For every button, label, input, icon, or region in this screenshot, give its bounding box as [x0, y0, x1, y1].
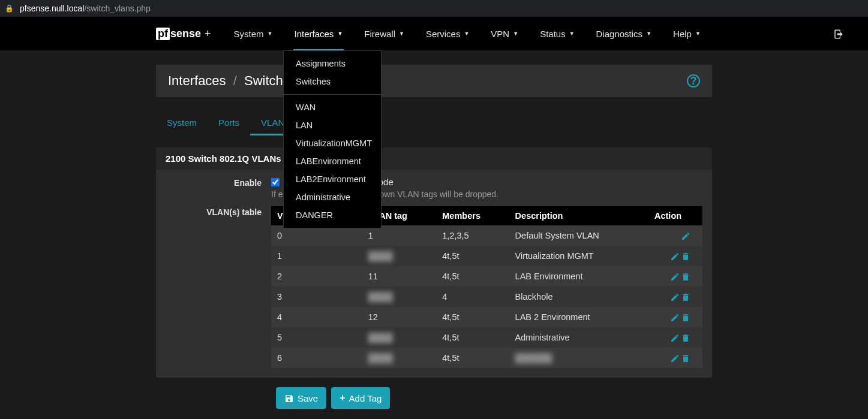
- edit-icon[interactable]: [670, 271, 680, 282]
- logo[interactable]: pfsense+: [156, 28, 211, 40]
- cell-tag: ████: [362, 287, 437, 307]
- logout-icon[interactable]: [833, 28, 844, 40]
- delete-icon[interactable]: [681, 332, 690, 343]
- nav-items: System▼Interfaces▼Firewall▼Services▼VPN▼…: [223, 17, 711, 50]
- nav-item-vpn[interactable]: VPN▼: [480, 17, 529, 50]
- nav-item-firewall[interactable]: Firewall▼: [353, 17, 415, 50]
- table-row: 3████4Blackhole: [271, 287, 702, 307]
- nav-item-services[interactable]: Services▼: [415, 17, 480, 50]
- cell-desc: LAB Environment: [509, 266, 648, 287]
- add-tag-label: Add Tag: [349, 393, 382, 403]
- nav-item-status[interactable]: Status▼: [529, 17, 585, 50]
- edit-icon[interactable]: [670, 352, 680, 363]
- cell-members: 4t,5t: [436, 327, 509, 348]
- dropdown-item-lab2environment[interactable]: LAB2Environment: [284, 170, 381, 188]
- cell-action: [648, 225, 702, 246]
- caret-icon: ▼: [695, 31, 701, 37]
- edit-icon[interactable]: [670, 312, 680, 322]
- cell-group: 4: [271, 307, 362, 327]
- edit-icon[interactable]: [681, 230, 690, 241]
- enable-checkbox[interactable]: [271, 178, 280, 186]
- panel: 2100 Switch 802.1Q VLANs Enable Enable 8…: [156, 147, 712, 378]
- cell-action: [648, 327, 702, 348]
- nav-item-interfaces[interactable]: Interfaces▼: [284, 17, 354, 50]
- url-host: pfsense.null.local: [20, 4, 84, 13]
- buttons-row: Save + Add Tag: [156, 378, 712, 418]
- enable-label: Enable: [166, 177, 271, 188]
- cell-tag: ████: [362, 327, 437, 348]
- cell-desc: Blackhole: [509, 287, 648, 307]
- dropdown-item-lan[interactable]: LAN: [284, 116, 381, 134]
- cell-action: [648, 246, 702, 266]
- dropdown-item-administrative[interactable]: Administrative: [284, 188, 381, 206]
- cell-action: [648, 307, 702, 327]
- lock-icon: 🔒: [5, 4, 14, 13]
- tab-ports[interactable]: Ports: [208, 111, 250, 135]
- tabs: SystemPortsVLANs: [156, 111, 712, 135]
- cell-group: 2: [271, 266, 362, 287]
- cell-group: 0: [271, 225, 362, 246]
- nav-item-diagnostics[interactable]: Diagnostics▼: [585, 17, 662, 50]
- edit-icon[interactable]: [670, 291, 680, 302]
- breadcrumb-part2[interactable]: Switch: [244, 73, 283, 88]
- delete-icon[interactable]: [681, 291, 690, 302]
- cell-action: [648, 348, 702, 368]
- caret-icon: ▼: [569, 31, 575, 37]
- help-icon[interactable]: ?: [687, 74, 700, 88]
- cell-group: 3: [271, 287, 362, 307]
- dropdown-divider: [284, 94, 381, 95]
- cell-tag: ████: [362, 246, 437, 266]
- cell-desc: Default System VLAN: [509, 225, 648, 246]
- edit-icon[interactable]: [670, 332, 680, 343]
- col-action: Action: [648, 206, 702, 225]
- caret-icon: ▼: [399, 31, 404, 37]
- delete-icon[interactable]: [681, 352, 690, 363]
- cell-tag: ████: [362, 348, 437, 368]
- delete-icon[interactable]: [681, 312, 690, 322]
- nav-item-system[interactable]: System▼: [223, 17, 284, 50]
- breadcrumb: Interfaces / Switch: [168, 73, 283, 89]
- cell-tag: 1: [362, 225, 437, 246]
- col-desc: Description: [509, 206, 648, 225]
- dropdown-item-assignments[interactable]: Assignments: [284, 55, 381, 73]
- table-row: 5████4t,5tAdministrative: [271, 327, 702, 348]
- caret-icon: ▼: [464, 31, 469, 37]
- dropdown-item-wan[interactable]: WAN: [284, 98, 381, 116]
- dropdown-item-danger[interactable]: DANGER: [284, 206, 381, 224]
- table-row: 1████4t,5tVirtualization MGMT: [271, 246, 702, 266]
- cell-members: 4t,5t: [436, 348, 509, 368]
- save-icon: [284, 393, 294, 403]
- save-button[interactable]: Save: [276, 387, 326, 409]
- dropdown-item-labenvironment[interactable]: LABEnvironment: [284, 152, 381, 170]
- delete-icon[interactable]: [681, 251, 690, 261]
- url-path: /switch_vlans.php: [84, 4, 151, 13]
- caret-icon: ▼: [513, 31, 518, 37]
- tab-system[interactable]: System: [156, 111, 208, 135]
- table-row: 011,2,3,5Default System VLAN: [271, 225, 702, 246]
- breadcrumb-part1[interactable]: Interfaces: [168, 73, 226, 88]
- caret-icon: ▼: [268, 31, 273, 37]
- col-members: Members: [436, 206, 509, 225]
- cell-members: 4t,5t: [436, 307, 509, 327]
- dropdown-item-virtualizationmgmt[interactable]: VirtualizationMGMT: [284, 134, 381, 152]
- table-row: 2114t,5tLAB Environment: [271, 266, 702, 287]
- dropdown-group1: AssignmentsSwitches: [284, 55, 381, 91]
- cell-desc: Virtualization MGMT: [509, 246, 648, 266]
- panel-header: 2100 Switch 802.1Q VLANs: [156, 147, 712, 170]
- save-label: Save: [298, 393, 318, 403]
- edit-icon[interactable]: [670, 251, 680, 261]
- cell-members: 4t,5t: [436, 266, 509, 287]
- delete-icon[interactable]: [681, 271, 690, 282]
- vlans-table: VLAN group VLAN tag Members Description …: [271, 206, 702, 368]
- add-tag-button[interactable]: + Add Tag: [331, 387, 390, 409]
- enable-row: Enable Enable 802.1q VLAN mode If enable…: [156, 170, 712, 201]
- dropdown-item-switches[interactable]: Switches: [284, 73, 381, 91]
- cell-action: [648, 266, 702, 287]
- logo-sense: sense: [170, 28, 201, 40]
- cell-members: 4: [436, 287, 509, 307]
- cell-tag: 11: [362, 266, 437, 287]
- cell-desc: LAB 2 Environment: [509, 307, 648, 327]
- nav-item-help[interactable]: Help▼: [662, 17, 711, 50]
- cell-tag: 12: [362, 307, 437, 327]
- caret-icon: ▼: [646, 31, 651, 37]
